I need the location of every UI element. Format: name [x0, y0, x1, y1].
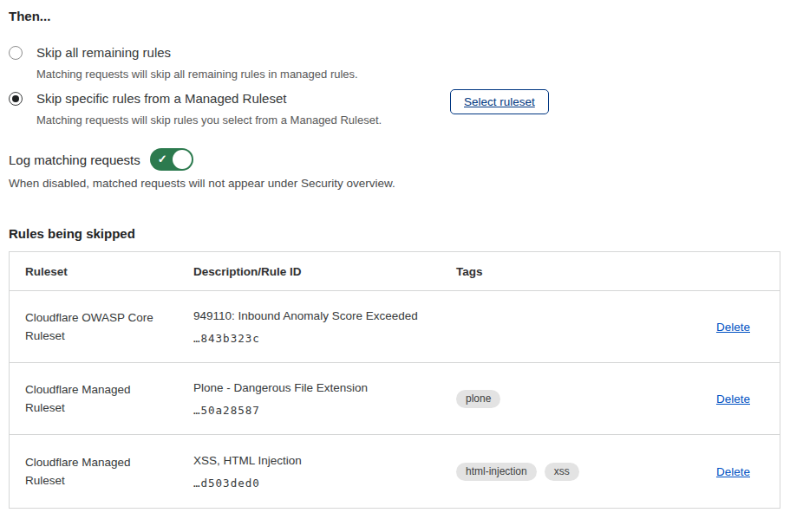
radio-skip-all-rules[interactable]	[9, 46, 23, 60]
delete-link[interactable]: Delete	[716, 465, 750, 478]
option-skip-specific-description: Matching requests will skip rules you se…	[36, 114, 382, 127]
tag-badge: xss	[545, 463, 579, 481]
rule-id: …50a28587	[193, 404, 439, 417]
log-toggle[interactable]: ✓	[150, 148, 193, 171]
option-skip-specific-label[interactable]: Skip specific rules from a Managed Rules…	[36, 90, 382, 107]
rules-being-skipped-heading: Rules being skipped	[9, 226, 135, 241]
tag-badge: html-injection	[456, 463, 537, 481]
rule-description: XSS, HTML Injection	[193, 453, 439, 469]
option-skip-all-description: Matching requests will skip all remainin…	[36, 68, 358, 81]
rule-id: …d503ded0	[193, 477, 439, 490]
option-skip-all-label[interactable]: Skip all remaining rules	[36, 44, 358, 62]
table-row: Cloudflare Managed Ruleset Plone - Dange…	[10, 363, 780, 435]
tags-cell: html-injection xss	[456, 463, 716, 481]
column-header-ruleset: Ruleset	[10, 263, 193, 281]
rule-description: 949110: Inbound Anomaly Score Exceeded	[193, 308, 439, 324]
then-heading: Then...	[9, 9, 50, 23]
table-header-row: Ruleset Description/Rule ID Tags	[10, 252, 780, 291]
tags-cell: plone	[456, 390, 716, 408]
rules-being-skipped-table: Ruleset Description/Rule ID Tags Cloudfl…	[9, 251, 780, 509]
delete-link[interactable]: Delete	[716, 393, 750, 405]
tag-badge: plone	[456, 390, 500, 408]
ruleset-cell: Cloudflare Managed Ruleset	[10, 380, 193, 417]
rule-id: …843b323c	[193, 332, 439, 345]
log-matching-requests-row: Log matching requests ✓	[9, 148, 193, 171]
check-icon: ✓	[158, 153, 167, 165]
column-header-tags: Tags	[456, 265, 750, 278]
log-matching-requests-label: Log matching requests	[9, 152, 140, 167]
option-skip-specific-rules: Skip specific rules from a Managed Rules…	[9, 90, 382, 127]
table-row: Cloudflare Managed Ruleset XSS, HTML Inj…	[10, 435, 780, 508]
log-toggle-description: When disabled, matched requests will not…	[9, 177, 395, 190]
rule-description: Plone - Dangerous File Extension	[193, 380, 439, 396]
ruleset-cell: Cloudflare Managed Ruleset	[10, 453, 193, 490]
radio-skip-specific-rules[interactable]	[9, 92, 23, 106]
select-ruleset-button[interactable]: Select ruleset	[450, 89, 549, 114]
table-row: Cloudflare OWASP Core Ruleset 949110: In…	[10, 291, 780, 363]
ruleset-cell: Cloudflare OWASP Core Ruleset	[10, 308, 193, 345]
column-header-description: Description/Rule ID	[193, 265, 456, 278]
toggle-knob	[173, 150, 192, 169]
delete-link[interactable]: Delete	[716, 321, 750, 334]
waf-skip-rule-panel: Then... Skip all remaining rules Matchin…	[0, 0, 790, 532]
option-skip-all-rules: Skip all remaining rules Matching reques…	[9, 44, 358, 81]
